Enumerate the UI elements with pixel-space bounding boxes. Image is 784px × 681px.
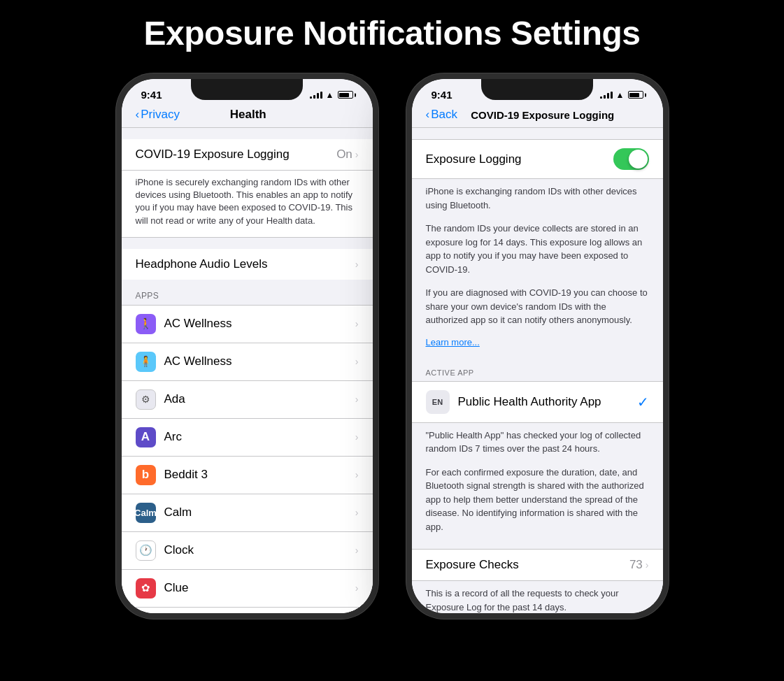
chevron-icon: › [355,469,359,480]
vol-down-button [116,199,117,222]
app-name-ac-wellness-2: AC Wellness [164,354,355,368]
chevron-icon: › [355,582,359,594]
exposure-logging-section: Exposure Logging [412,139,663,179]
signal-icon-2 [600,91,613,99]
desc-text-1: iPhone is exchanging random IDs with oth… [426,186,637,210]
chevron-headphone: › [355,259,359,270]
exposure-checks-right: 73 › [629,558,649,572]
list-item[interactable]: Calm Calm › [122,494,373,532]
headphone-row[interactable]: Headphone Audio Levels › [122,249,373,280]
chevron-icon: › [355,318,359,329]
status-time-1: 9:41 [141,89,162,101]
app-name-beddit: Beddit 3 [164,468,355,482]
list-item[interactable]: ◉ Cycles › [122,608,373,613]
apps-section: APPS 🚶 AC Wellness › [122,280,373,613]
app-name-ac-wellness-1: AC Wellness [164,317,355,331]
covid-title-1: COVID-19 Exposure Logging [136,148,290,162]
covid-desc-1: iPhone is securely exchanging random IDs… [122,171,373,238]
exposure-description-block: For each confirmed exposure the duration… [412,466,663,544]
app-icon-ac-wellness-2: 🧍 [136,352,156,372]
desc-text-3: If you are diagnosed with COVID-19 you c… [426,287,648,325]
status-time-2: 9:41 [432,89,452,101]
exposure-desc-text: For each confirmed exposure the duration… [426,467,644,532]
active-app-row[interactable]: EN Public Health Authority App ✓ [412,381,663,423]
wifi-icon-1: ▲ [326,90,334,100]
battery-icon-1 [338,91,353,99]
headphone-label: Headphone Audio Levels [136,257,355,271]
covid-row-1[interactable]: COVID-19 Exposure Logging On › [122,139,373,171]
covid-value-1: On › [336,148,358,162]
exposure-logging-toggle[interactable] [613,148,649,170]
app-icon-clue: ✿ [136,578,156,598]
list-item[interactable]: ✿ Clue › [122,570,373,608]
exposure-checks-section: Exposure Checks 73 › This is a record of… [412,549,663,613]
nav-title-1: Health [138,108,359,122]
vol-up-button-2 [406,170,408,192]
exposure-checks-desc-text: This is a record of all the requests to … [426,588,619,612]
app-description-block: "Public Health App" has checked your log… [412,423,663,466]
en-badge: EN [426,390,450,414]
status-icons-1: ▲ [310,90,353,100]
app-name-clue: Clue [164,581,355,595]
side-button-2 [667,184,669,226]
screen-content-2: Exposure Logging iPhone is exchanging ra… [412,128,663,613]
exposure-checks-desc: This is a record of all the requests to … [412,581,663,613]
list-item[interactable]: 🚶 AC Wellness › [122,306,373,343]
active-app-section-label: ACTIVE APP [412,357,663,381]
description-block-1: iPhone is exchanging random IDs with oth… [412,179,663,222]
status-bar-1: 9:41 ▲ [122,79,373,105]
chevron-icon: › [355,431,359,443]
app-icon-calm: Calm [136,503,156,523]
description-block-2: The random IDs your device collects are … [412,222,663,286]
list-item[interactable]: A Arc › [122,419,373,457]
exposure-checks-label: Exposure Checks [426,558,519,572]
list-item[interactable]: 🧍 AC Wellness › [122,343,373,381]
screen-content-1: COVID-19 Exposure Logging On › iPhone is… [122,128,373,613]
phone-1: 9:41 ▲ ‹ Pri [116,73,378,619]
covid-section-1: COVID-19 Exposure Logging On › iPhone is… [122,139,373,238]
chevron-icon: › [355,507,359,518]
app-name-arc: Arc [164,430,355,444]
phone-2-screen: 9:41 ▲ ‹ Bac [412,79,663,613]
vol-up-button [116,170,117,192]
app-icon-ac-wellness-1: 🚶 [136,314,156,334]
battery-icon-2 [628,91,643,99]
app-name-ada: Ada [164,392,355,406]
learn-more-link[interactable]: Learn more... [412,337,663,357]
app-icon-beddit: b [136,465,156,485]
status-icons-2: ▲ [600,90,643,100]
chevron-icon: › [355,545,359,556]
apps-list: 🚶 AC Wellness › 🧍 AC Wellness › [122,305,373,613]
apps-section-label: APPS [122,280,373,305]
checkmark-icon: ✓ [637,394,649,410]
exposure-checks-value: 73 [629,558,643,572]
chevron-icon: › [355,394,359,405]
app-name-calm: Calm [164,506,355,519]
page-title: Exposure Notifications Settings [144,14,641,52]
nav-bar-2: ‹ Back COVID-19 Exposure Logging [412,105,663,128]
phone-1-screen: 9:41 ▲ ‹ Pri [122,79,373,613]
app-icon-ada: ⚙ [136,389,156,410]
phones-row: 9:41 ▲ ‹ Pri [116,73,669,619]
wifi-icon-2: ▲ [616,90,625,100]
app-icon-arc: A [136,427,156,447]
app-desc-text: "Public Health App" has checked your log… [426,430,641,454]
list-item[interactable]: ⚙ Ada › [122,381,373,419]
signal-icon-1 [310,91,322,99]
exposure-checks-row[interactable]: Exposure Checks 73 › [412,549,663,581]
nav-title-2: COVID-19 Exposure Logging [436,109,649,121]
desc-text-2: The random IDs your device collects are … [426,223,643,275]
vol-down-button-2 [406,199,408,222]
chevron-icon: › [355,356,359,367]
nav-bar-1: ‹ Privacy Health [122,105,373,128]
chevron-left-icon-2: ‹ [426,108,430,122]
description-block-3: If you are diagnosed with COVID-19 you c… [412,286,663,337]
side-button [377,184,378,226]
exposure-logging-row: Exposure Logging [412,139,663,179]
headphone-section: Headphone Audio Levels › [122,249,373,280]
list-item[interactable]: 🕐 Clock › [122,532,373,570]
chevron-exposure-checks: › [646,559,649,571]
list-item[interactable]: b Beddit 3 › [122,457,373,494]
phone-2: 9:41 ▲ ‹ Bac [406,73,669,619]
chevron-covid-1: › [355,149,359,160]
